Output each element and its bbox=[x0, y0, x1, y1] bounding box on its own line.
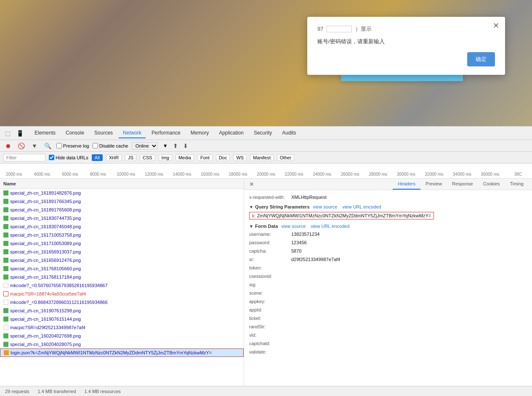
timeline-label-26000: 26000 ms bbox=[336, 172, 364, 177]
list-item[interactable]: special_zh-cn_161768117184.png bbox=[0, 273, 244, 281]
modal-close-button[interactable]: ✕ bbox=[493, 21, 499, 30]
tab-memory[interactable]: Memory bbox=[186, 128, 213, 138]
list-item[interactable]: special_zh-cn_161891765608.png bbox=[0, 206, 244, 214]
filter-pill-all[interactable]: All bbox=[92, 154, 103, 161]
form-field-validate: validate: bbox=[249, 348, 527, 356]
form-field-sr: sr: d29f25213349987e7af4 bbox=[249, 256, 527, 263]
search-button[interactable]: 🔍 bbox=[43, 142, 53, 150]
image-icon bbox=[3, 333, 8, 338]
filter-pill-manifest[interactable]: Manifest bbox=[250, 154, 274, 161]
tab-performance[interactable]: Performance bbox=[147, 128, 185, 138]
form-key-appkey: appkey: bbox=[249, 298, 291, 305]
query-string-view-url-encoded-link[interactable]: view URL encoded bbox=[343, 204, 381, 209]
status-requests: 29 requests bbox=[5, 389, 29, 394]
detail-tab-cookies[interactable]: Cookies bbox=[478, 179, 505, 190]
form-key-captcha: captcha: bbox=[249, 247, 291, 255]
request-detail-panel: ✕ Headers Preview Response Cookies Timin… bbox=[244, 179, 532, 386]
form-key-password: password: bbox=[249, 239, 291, 246]
list-item[interactable]: special_zh-cn_161907615144.png bbox=[0, 315, 244, 323]
detail-tab-response[interactable]: Response bbox=[447, 179, 478, 190]
list-item[interactable]: macpic?SR=18874c4a93cce5ee7af4 bbox=[0, 290, 244, 298]
throttle-select[interactable]: Online bbox=[132, 142, 158, 150]
hide-data-urls-label[interactable]: Hide data URLs bbox=[49, 155, 88, 160]
timeline-label-4000: 4000 ms bbox=[28, 172, 56, 177]
list-item[interactable]: mkcode?_=0.507607656793852816195934867 bbox=[0, 281, 244, 290]
list-item[interactable]: macpic?SR=d29f25213349987e7af4 bbox=[0, 323, 244, 332]
form-data-view-source-link[interactable]: view source bbox=[281, 224, 306, 229]
list-item[interactable]: special_zh-cn_161891766345.png bbox=[0, 197, 244, 206]
filter-pill-font[interactable]: Font bbox=[197, 154, 213, 161]
list-item[interactable]: special_zh-cn_160204027698.png bbox=[0, 332, 244, 340]
tab-audits[interactable]: Audits bbox=[278, 128, 300, 138]
list-item-selected[interactable]: login.json?k=ZmNjYWQjNjNkMWI1NTMzNzc0NTZ… bbox=[0, 348, 244, 357]
form-field-csessionid: csessionid: bbox=[249, 272, 527, 280]
json-icon bbox=[4, 350, 9, 355]
disable-cache-checkbox-label[interactable]: Disable cache bbox=[93, 143, 128, 148]
timeline-label-18000: 18000 ms bbox=[224, 172, 252, 177]
device-toolbar-button[interactable]: 📱 bbox=[15, 129, 25, 137]
filter-icon-button[interactable]: ▼ bbox=[30, 142, 39, 150]
network-file-list: Name special_zh-cn_161891482876.png spec… bbox=[0, 179, 244, 386]
record-button[interactable]: ⏺ bbox=[3, 142, 13, 150]
image-icon bbox=[3, 216, 8, 221]
modal-confirm-button[interactable]: 确定 bbox=[467, 52, 495, 66]
modal-input-field[interactable] bbox=[327, 26, 352, 32]
import-har-button[interactable]: ⬆ bbox=[171, 142, 180, 150]
tab-network[interactable]: Network bbox=[119, 128, 146, 138]
timeline-label-30000: 30000 ms bbox=[392, 172, 420, 177]
tab-elements[interactable]: Elements bbox=[30, 128, 60, 138]
timeline-label-14000: 14000 ms bbox=[168, 172, 196, 177]
form-key-validate: validate: bbox=[249, 348, 291, 356]
filter-input[interactable] bbox=[3, 154, 45, 161]
disable-cache-checkbox[interactable] bbox=[93, 143, 98, 148]
timeline-label-10000: 10000 ms bbox=[112, 172, 140, 177]
form-field-randstr: randStr: bbox=[249, 323, 527, 330]
list-item[interactable]: special_zh-cn_160204028075.png bbox=[0, 340, 244, 348]
hide-data-urls-checkbox[interactable] bbox=[49, 155, 54, 160]
tab-application[interactable]: Application bbox=[215, 128, 248, 138]
filter-pill-ws[interactable]: WS bbox=[233, 154, 247, 161]
list-item[interactable]: mkcode?_=0.868437289603112116195934866 bbox=[0, 298, 244, 306]
filter-pill-img[interactable]: Img bbox=[159, 154, 172, 161]
form-data-section-header: ▼ Form Data view source view URL encoded bbox=[249, 224, 527, 229]
list-item[interactable]: special_zh-cn_161768105660.png bbox=[0, 264, 244, 273]
export-har-button[interactable]: ⬇ bbox=[181, 142, 190, 150]
list-item[interactable]: special_zh-cn_161656913037.png bbox=[0, 248, 244, 256]
devtools-tab-bar: ⬚ 📱 Elements Console Sources Network Per… bbox=[0, 127, 532, 140]
detail-close-button[interactable]: ✕ bbox=[247, 179, 256, 190]
form-field-token: token: bbox=[249, 264, 527, 272]
filter-pill-doc[interactable]: Doc bbox=[216, 154, 230, 161]
list-item[interactable]: special_zh-cn_161830744735.png bbox=[0, 214, 244, 222]
image-icon bbox=[3, 190, 8, 195]
query-string-view-source-link[interactable]: view source bbox=[313, 204, 338, 209]
filter-pill-media[interactable]: Media bbox=[176, 154, 194, 161]
detail-tab-headers[interactable]: Headers bbox=[393, 179, 420, 190]
tab-sources[interactable]: Sources bbox=[90, 128, 117, 138]
status-transferred: 1.4 MB transferred bbox=[37, 389, 76, 394]
list-item[interactable]: special_zh-cn_161710053758.png bbox=[0, 231, 244, 239]
image-icon bbox=[3, 224, 8, 229]
timeline-label-2000: 2000 ms bbox=[0, 172, 28, 177]
form-key-randstr: randStr: bbox=[249, 323, 291, 330]
preserve-log-checkbox-label[interactable]: Preserve log bbox=[56, 143, 89, 148]
filter-pill-css[interactable]: CSS bbox=[140, 154, 155, 161]
timeline-label-8000: 8000 ms bbox=[84, 172, 112, 177]
filter-pill-other[interactable]: Other bbox=[277, 154, 295, 161]
tab-console[interactable]: Console bbox=[61, 128, 88, 138]
filter-pill-js[interactable]: JS bbox=[125, 154, 136, 161]
list-item[interactable]: special_zh-cn_161656912476.png bbox=[0, 256, 244, 264]
detail-tab-preview[interactable]: Preview bbox=[420, 179, 447, 190]
list-item[interactable]: special_zh-cn_161710053089.png bbox=[0, 239, 244, 248]
detail-tab-timing[interactable]: Timing bbox=[505, 179, 529, 190]
list-item[interactable]: special_zh-cn_161830745048.png bbox=[0, 222, 244, 231]
form-data-view-url-encoded-link[interactable]: view URL encoded bbox=[311, 224, 349, 229]
filter-pill-xhr[interactable]: XHR bbox=[106, 154, 122, 161]
clear-button[interactable]: 🚫 bbox=[16, 142, 27, 150]
image-icon bbox=[3, 308, 8, 313]
file-list-body[interactable]: special_zh-cn_161891482876.png special_z… bbox=[0, 189, 244, 386]
list-item[interactable]: special_zh-cn_161891482876.png bbox=[0, 189, 244, 197]
inspect-element-button[interactable]: ⬚ bbox=[3, 129, 12, 137]
preserve-log-checkbox[interactable] bbox=[56, 143, 62, 148]
tab-security[interactable]: Security bbox=[250, 128, 276, 138]
list-item[interactable]: special_zh-cn_161907615298.png bbox=[0, 306, 244, 315]
